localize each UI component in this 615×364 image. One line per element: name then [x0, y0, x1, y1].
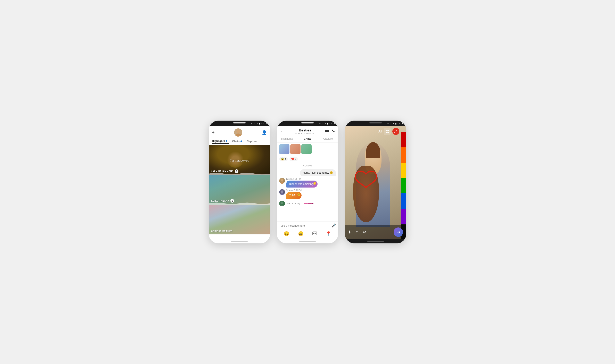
- grid-view-button[interactable]: [384, 128, 391, 135]
- highlight-item-1[interactable]: this happened JAZMINE SIMMONS 3: [209, 145, 270, 175]
- svg-point-6: [281, 190, 283, 193]
- color-purple[interactable]: [401, 209, 406, 224]
- color-blue[interactable]: [401, 193, 406, 209]
- message-left-2: Serena, 6:31 PM YUM 😊: [279, 189, 302, 199]
- svg-point-16: [394, 132, 395, 133]
- tab-highlights-2[interactable]: Highlights: [277, 136, 297, 142]
- user-avatar[interactable]: [234, 128, 242, 137]
- highlight-label-3: CERISSE KRAMER: [211, 230, 233, 232]
- home-bar-3: [367, 241, 384, 242]
- chat-actions: [325, 129, 335, 134]
- reaction-1[interactable]: 😱 4: [279, 157, 288, 161]
- phone-notch: [233, 122, 246, 123]
- ai-label[interactable]: AI: [378, 129, 382, 133]
- color-orange[interactable]: [401, 147, 406, 163]
- phone1-tabs: Highlights Chats Capture: [209, 138, 270, 145]
- svg-rect-2: [325, 130, 328, 132]
- back-button-2[interactable]: ←: [280, 129, 284, 134]
- svg-rect-13: [388, 130, 389, 131]
- voice-call-button[interactable]: [332, 129, 335, 134]
- message-text-louisa: Dinner was amazing!!: [289, 182, 315, 185]
- wave-divider-2: [209, 202, 270, 205]
- highlight-name-2: KEIKO TANAKA: [211, 200, 229, 202]
- phone3-overlay-header: ← AI: [345, 126, 401, 137]
- color-red[interactable]: [401, 132, 406, 147]
- battery-icon-3: ▮: [395, 122, 396, 125]
- bottom-icons-row: 😊 😄 📍: [277, 230, 338, 239]
- phone2-header: ← Besties 6 PARTICIPANTS: [277, 126, 338, 136]
- highlight-name-3: CERISSE KRAMER: [211, 230, 233, 232]
- send-button-3[interactable]: [394, 227, 403, 237]
- svg-rect-10: [313, 232, 317, 235]
- tab-chats-2[interactable]: Chats: [297, 136, 318, 142]
- svg-rect-12: [386, 130, 387, 131]
- phone-2: ▼ ▲▲ ▮ 22:17 ← Besties 6 PARTICIPANTS Hi…: [277, 121, 338, 243]
- sender-louisa: Louisa, 6:28 PM: [286, 178, 318, 180]
- svg-point-9: [280, 205, 284, 206]
- svg-point-7: [280, 193, 284, 195]
- microphone-icon[interactable]: 🎤: [331, 223, 336, 228]
- highlight-item-2[interactable]: KEIKO TANAKA 1: [209, 175, 270, 205]
- emoji-button[interactable]: 😊: [284, 231, 289, 237]
- bubble-smile-serena: 😊: [297, 193, 300, 196]
- phone-notch-3: [369, 122, 382, 123]
- home-indicator-3: [345, 239, 406, 243]
- story-thumb-2[interactable]: [290, 144, 301, 154]
- typing-wave: [304, 203, 313, 204]
- highlight-item-3[interactable]: CERISSE KRAMER: [209, 205, 270, 234]
- photo-content: [345, 126, 401, 239]
- undo-button[interactable]: ↩: [363, 230, 366, 235]
- time-display: 22:17: [261, 122, 267, 125]
- phone2-tabs: Highlights Chats Capture: [277, 136, 338, 143]
- tab-capture-1[interactable]: Capture: [247, 139, 259, 144]
- status-icons: ▼ ▲▲ ▮ 22:17: [251, 122, 267, 125]
- sender-serena: Serena, 6:31 PM: [286, 189, 302, 191]
- diamond-button[interactable]: ◇: [356, 230, 359, 235]
- network-icon: ▲▲: [254, 122, 258, 125]
- phone-3: ▼ ▲▲ ▮ 22:17: [345, 121, 406, 243]
- message-input[interactable]: [279, 224, 330, 227]
- bottom-left-icons: ⬇ ◇ ↩: [348, 230, 366, 235]
- reaction-2[interactable]: ❤️ 2: [290, 157, 298, 161]
- tab-highlights-1[interactable]: Highlights: [212, 139, 229, 144]
- image-button[interactable]: [312, 231, 317, 237]
- story-thumb-1[interactable]: [279, 144, 290, 154]
- tab-highlights-label-1: Highlights: [212, 139, 225, 143]
- color-palette: [401, 132, 406, 239]
- phone-notch-2: [301, 122, 314, 123]
- reactions-row: 😱 4 ❤️ 2: [279, 157, 336, 161]
- chat-area: 😱 4 ❤️ 2 6:26 PM Haha. I just got home. …: [277, 143, 338, 221]
- message-text-1: Haha. I just got home. 😊: [303, 171, 333, 174]
- sticker-button[interactable]: 😄: [298, 231, 304, 237]
- signal-icon-2: ▼: [319, 122, 321, 125]
- color-yellow[interactable]: [401, 163, 406, 178]
- time-display-3: 22:17: [397, 122, 403, 125]
- home-bar-2: [299, 241, 316, 242]
- wave-2: [308, 203, 311, 204]
- story-thumb-3[interactable]: [301, 144, 312, 154]
- battery-icon-2: ▮: [327, 122, 328, 125]
- tab-chats-label-1: Chats: [232, 140, 240, 143]
- location-button[interactable]: 📍: [326, 231, 331, 237]
- network-icon-3: ▲▲: [390, 122, 394, 125]
- add-contact-button[interactable]: 👤: [262, 130, 267, 135]
- signal-icon: ▼: [251, 122, 253, 125]
- tab-capture-2[interactable]: Capture: [318, 136, 338, 142]
- typing-indicator: Kian is typing...: [279, 201, 336, 206]
- chat-subtitle: 6 PARTICIPANTS: [287, 132, 323, 135]
- back-button-3[interactable]: ←: [347, 129, 351, 134]
- add-button[interactable]: +: [212, 130, 215, 135]
- message-input-row: 🎤: [277, 221, 338, 230]
- status-bar-1: ▼ ▲▲ ▮ 22:17: [209, 121, 270, 126]
- chat-title: Besties: [287, 128, 323, 132]
- status-bar-3: ▼ ▲▲ ▮ 22:17: [345, 121, 406, 126]
- tab-chats-label-2: Chats: [304, 137, 311, 140]
- message-right-1: Haha. I just got home. 😊: [300, 169, 336, 176]
- color-green[interactable]: [401, 178, 406, 194]
- signal-icon-3: ▼: [387, 122, 389, 125]
- brush-button[interactable]: [392, 128, 399, 135]
- tab-chats-1[interactable]: Chats: [232, 139, 244, 144]
- chats-dot: [240, 141, 242, 142]
- video-call-button[interactable]: [325, 129, 329, 134]
- download-button[interactable]: ⬇: [348, 230, 351, 235]
